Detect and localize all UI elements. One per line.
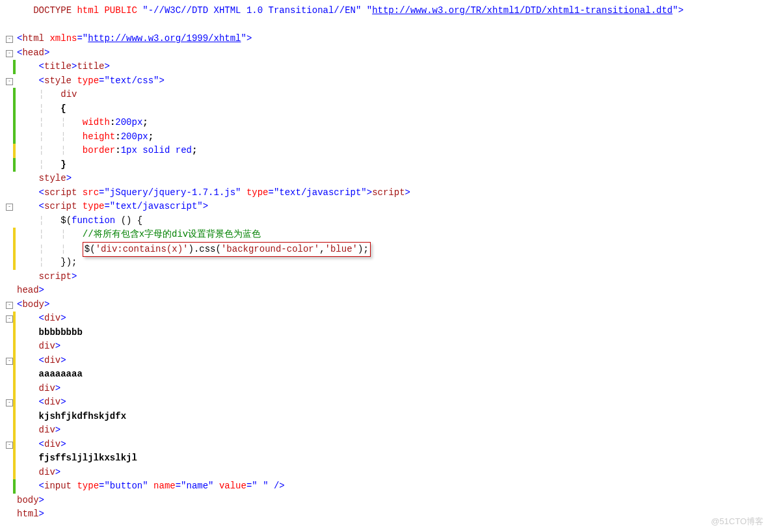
code-line[interactable]: div> bbox=[0, 423, 770, 438]
code-text[interactable]: ¦ }); bbox=[17, 256, 770, 270]
code-line[interactable]: - <div> bbox=[0, 312, 770, 326]
code-line[interactable]: div> bbox=[0, 339, 770, 354]
code-line[interactable]: - <style type="text/css"> bbox=[0, 74, 770, 88]
change-bar bbox=[13, 270, 16, 284]
code-line[interactable]: ¦ } bbox=[0, 158, 770, 172]
code-line[interactable]: head> bbox=[0, 284, 770, 298]
code-line[interactable]: aaaaaaaa bbox=[0, 367, 770, 382]
code-text[interactable]: body> bbox=[17, 494, 770, 508]
code-text[interactable] bbox=[17, 18, 770, 33]
code-line[interactable]: -<body> bbox=[0, 298, 770, 312]
code-line[interactable]: - <div> bbox=[0, 438, 770, 452]
code-text[interactable]: ¦ ¦ width:200px; bbox=[17, 116, 770, 130]
code-line[interactable]: ¦ $(function () { bbox=[0, 214, 770, 228]
code-text[interactable]: div> bbox=[17, 466, 770, 480]
change-bar bbox=[13, 200, 16, 214]
code-text[interactable]: kjshfjkdfhskjdfx bbox=[17, 410, 770, 424]
gutter bbox=[0, 507, 13, 522]
gutter: - bbox=[0, 32, 13, 46]
code-text[interactable]: html> bbox=[17, 507, 770, 522]
code-line[interactable]: ¦ { bbox=[0, 102, 770, 116]
code-text[interactable]: <div> bbox=[17, 312, 770, 326]
code-text[interactable]: ¦ div bbox=[17, 88, 770, 102]
code-text[interactable]: style> bbox=[17, 172, 770, 186]
code-text[interactable]: ¦ ¦ border:1px solid red; bbox=[17, 144, 770, 158]
code-line[interactable]: html> bbox=[0, 507, 770, 522]
code-line[interactable]: ¦ ¦ border:1px solid red; bbox=[0, 144, 770, 158]
code-text[interactable]: bbbbbbbb bbox=[17, 326, 770, 340]
code-line[interactable]: - <div> bbox=[0, 354, 770, 368]
code-text[interactable]: ¦ { bbox=[17, 102, 770, 116]
url-link[interactable]: http://www.w3.org/1999/xhtml bbox=[88, 33, 241, 44]
gutter: - bbox=[0, 438, 13, 452]
url-link[interactable]: http://www.w3.org/TR/xhtml1/DTD/xhtml1-t… bbox=[372, 5, 672, 16]
code-text[interactable]: head> bbox=[17, 284, 770, 298]
code-line[interactable]: ¦ div bbox=[0, 88, 770, 102]
code-line[interactable]: ¦ ¦ width:200px; bbox=[0, 116, 770, 130]
code-line[interactable]: ¦ ¦ //将所有包含x字母的div设置背景色为蓝色 bbox=[0, 228, 770, 242]
fold-collapse-icon[interactable]: - bbox=[6, 204, 13, 211]
change-bar bbox=[13, 298, 16, 312]
code-line[interactable]: fjsffsljljlkxslkjl bbox=[0, 451, 770, 466]
fold-collapse-icon[interactable]: - bbox=[6, 36, 13, 43]
change-bar bbox=[13, 158, 16, 172]
code-text[interactable]: ¦ ¦ height:200px; bbox=[17, 130, 770, 144]
gutter bbox=[0, 256, 13, 270]
code-line[interactable]: ¦ ¦ height:200px; bbox=[0, 130, 770, 144]
code-line[interactable]: style> bbox=[0, 172, 770, 186]
code-text[interactable]: <div> bbox=[17, 354, 770, 368]
gutter bbox=[0, 4, 13, 18]
code-line[interactable]: script> bbox=[0, 270, 770, 284]
fold-collapse-icon[interactable]: - bbox=[6, 302, 13, 309]
code-line[interactable]: <script src="jSquery/jquery-1.7.1.js" ty… bbox=[0, 186, 770, 200]
code-line[interactable]: div> bbox=[0, 382, 770, 396]
code-text[interactable]: aaaaaaaa bbox=[17, 367, 770, 382]
code-line[interactable]: DOCTYPE html PUBLIC "-//W3C//DTD XHTML 1… bbox=[0, 4, 770, 18]
code-line[interactable]: - <div> bbox=[0, 395, 770, 410]
fold-collapse-icon[interactable]: - bbox=[6, 78, 13, 85]
code-line[interactable]: -<html xmlns="http://www.w3.org/1999/xht… bbox=[0, 32, 770, 46]
code-text[interactable]: <head> bbox=[17, 46, 770, 60]
fold-collapse-icon[interactable]: - bbox=[6, 358, 13, 365]
fold-collapse-icon[interactable]: - bbox=[6, 442, 13, 449]
code-text[interactable]: <html xmlns="http://www.w3.org/1999/xhtm… bbox=[17, 32, 770, 46]
code-text[interactable]: <title>title> bbox=[17, 60, 770, 74]
change-bar bbox=[13, 60, 16, 74]
code-text[interactable]: div> bbox=[17, 423, 770, 438]
code-text[interactable]: script> bbox=[17, 270, 770, 284]
code-text[interactable]: div> bbox=[17, 382, 770, 396]
code-text[interactable]: <script type="text/javascript"> bbox=[17, 200, 770, 214]
fold-collapse-icon[interactable]: - bbox=[6, 399, 13, 406]
code-text[interactable]: ¦ $(function () { bbox=[17, 214, 770, 228]
fold-collapse-icon[interactable]: - bbox=[6, 315, 13, 323]
code-line[interactable]: div> bbox=[0, 466, 770, 480]
code-text[interactable]: ¦ } bbox=[17, 158, 770, 172]
code-line[interactable]: -<head> bbox=[0, 46, 770, 60]
code-line[interactable]: bbbbbbbb bbox=[0, 326, 770, 340]
change-bar bbox=[13, 438, 16, 452]
code-text[interactable]: <script src="jSquery/jquery-1.7.1.js" ty… bbox=[17, 186, 770, 200]
code-text[interactable]: ¦ ¦ $('div:contains(x)').css('background… bbox=[17, 242, 770, 256]
code-line[interactable]: ¦ }); bbox=[0, 256, 770, 270]
code-text[interactable]: <body> bbox=[17, 298, 770, 312]
code-text[interactable]: <input type="button" name="name" value="… bbox=[17, 479, 770, 494]
code-line[interactable]: <title>title> bbox=[0, 60, 770, 74]
code-text[interactable]: div> bbox=[17, 339, 770, 354]
code-text[interactable]: <style type="text/css"> bbox=[17, 74, 770, 88]
code-text[interactable]: ¦ ¦ //将所有包含x字母的div设置背景色为蓝色 bbox=[17, 228, 770, 242]
fold-collapse-icon[interactable]: - bbox=[6, 50, 13, 57]
code-line[interactable]: body> bbox=[0, 494, 770, 508]
code-text[interactable]: <div> bbox=[17, 395, 770, 410]
code-line[interactable]: kjshfjkdfhskjdfx bbox=[0, 410, 770, 424]
code-line[interactable]: - <script type="text/javascript"> bbox=[0, 200, 770, 214]
change-bar bbox=[13, 144, 16, 158]
gutter: - bbox=[0, 200, 13, 214]
code-line[interactable]: <input type="button" name="name" value="… bbox=[0, 479, 770, 494]
change-bar bbox=[13, 312, 16, 326]
code-line[interactable] bbox=[0, 18, 770, 33]
code-editor[interactable]: DOCTYPE html PUBLIC "-//W3C//DTD XHTML 1… bbox=[0, 0, 770, 522]
code-text[interactable]: DOCTYPE html PUBLIC "-//W3C//DTD XHTML 1… bbox=[17, 4, 770, 18]
code-text[interactable]: fjsffsljljlkxslkjl bbox=[17, 451, 770, 466]
code-line[interactable]: ¦ ¦ $('div:contains(x)').css('background… bbox=[0, 242, 770, 256]
code-text[interactable]: <div> bbox=[17, 438, 770, 452]
